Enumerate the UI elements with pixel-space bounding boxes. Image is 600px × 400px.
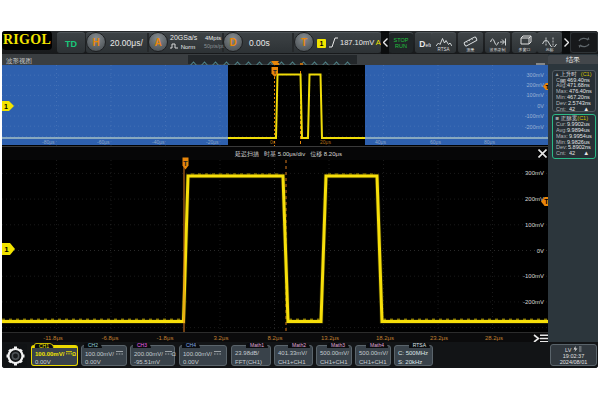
svg-text:T: T — [183, 159, 188, 166]
svg-text:T: T — [273, 69, 277, 75]
svg-text:1: 1 — [4, 103, 8, 110]
svg-text:1: 1 — [4, 245, 9, 254]
